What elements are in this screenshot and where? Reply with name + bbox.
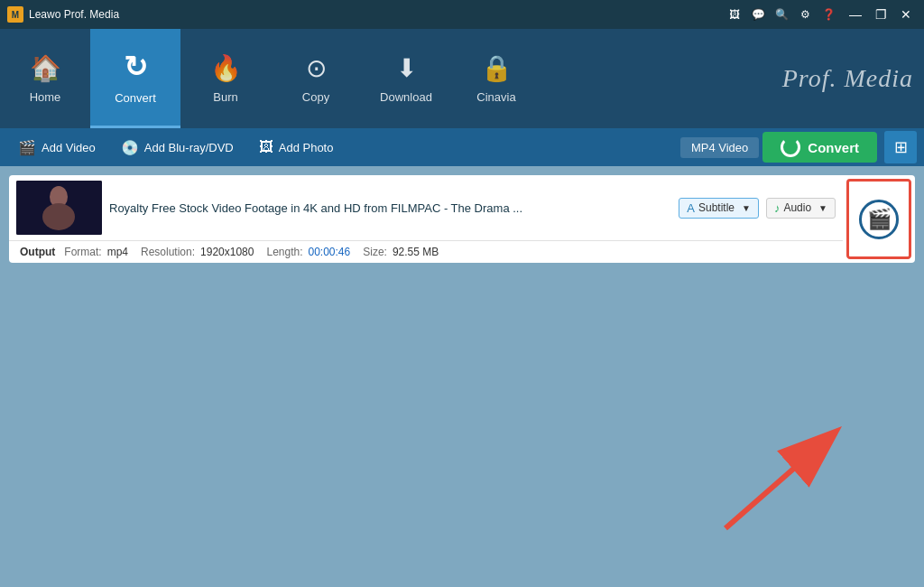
convert-label: Convert: [808, 140, 859, 155]
add-bluray-button[interactable]: 💿 Add Blu-ray/DVD: [110, 135, 245, 161]
main-content: Royalty Free Stock Video Footage in 4K a…: [0, 166, 924, 587]
download-icon: ⬇: [396, 53, 417, 83]
settings-icon[interactable]: ⚙: [796, 5, 814, 23]
nav-download-label: Download: [380, 90, 432, 104]
add-bluray-label: Add Blu-ray/DVD: [144, 141, 234, 154]
nav-home[interactable]: 🏠 Home: [0, 29, 90, 128]
cinavia-icon: 🔒: [481, 53, 513, 83]
audio-label: Audio: [783, 201, 811, 214]
chat-icon[interactable]: 💬: [749, 5, 767, 23]
subtitle-icon: A: [687, 201, 695, 215]
format-badge[interactable]: MP4 Video: [680, 137, 759, 158]
edit-settings-button[interactable]: 🎬: [849, 182, 909, 256]
resolution-key: Resolution:: [141, 246, 195, 258]
audio-icon: ♪: [774, 201, 781, 215]
svg-line-5: [725, 433, 834, 528]
thumb-image: [16, 181, 102, 235]
format-key: Format:: [64, 246, 101, 258]
nav-burn[interactable]: 🔥 Burn: [180, 29, 271, 128]
app-logo: M: [7, 6, 23, 23]
minimize-button[interactable]: —: [845, 5, 866, 23]
add-photo-label: Add Photo: [279, 141, 334, 154]
video-item-top: Royalty Free Stock Video Footage in 4K a…: [9, 175, 843, 241]
copy-icon: ⊙: [306, 53, 327, 83]
nav-home-label: Home: [30, 90, 61, 104]
add-photo-button[interactable]: 🖼 Add Photo: [248, 135, 345, 160]
add-photo-icon: 🖼: [259, 139, 273, 155]
convert-button[interactable]: Convert: [762, 132, 877, 163]
help-icon[interactable]: ❓: [819, 5, 837, 23]
subtitle-label: Subtitle: [698, 201, 735, 214]
image-icon[interactable]: 🖼: [725, 5, 744, 23]
brand-text: Prof. Media: [782, 64, 913, 93]
add-video-label: Add Video: [42, 141, 96, 154]
length-val: 00:00:46: [309, 246, 351, 258]
convert-spin-icon: [781, 137, 800, 157]
audio-chevron: ▼: [818, 203, 827, 213]
add-video-icon: 🎬: [18, 139, 36, 156]
nav-download[interactable]: ⬇ Download: [361, 29, 451, 128]
video-item: Royalty Free Stock Video Footage in 4K a…: [9, 175, 915, 263]
audio-dropdown[interactable]: ♪ Audio ▼: [766, 198, 836, 219]
home-icon: 🏠: [30, 53, 61, 83]
title-bar-icons: 🖼 💬 🔍 ⚙ ❓: [725, 5, 837, 23]
layout-button[interactable]: ⊞: [884, 131, 917, 163]
app-title: Leawo Prof. Media: [29, 8, 725, 21]
size-val: 92.55 MB: [393, 246, 439, 258]
nav-copy-label: Copy: [302, 90, 329, 104]
toolbar: 🎬 Add Video 💿 Add Blu-ray/DVD 🖼 Add Phot…: [0, 128, 924, 166]
nav-copy[interactable]: ⊙ Copy: [271, 29, 361, 128]
add-bluray-icon: 💿: [121, 139, 139, 156]
nav-cinavia-label: Cinavia: [476, 90, 515, 104]
edit-settings-icon: 🎬: [859, 200, 899, 239]
subtitle-dropdown[interactable]: A Subtitle ▼: [679, 198, 759, 219]
nav-bar: 🏠 Home ↻ Convert 🔥 Burn ⊙ Copy ⬇ Downloa…: [0, 29, 924, 128]
format-val: mp4: [107, 246, 128, 258]
search-icon[interactable]: 🔍: [772, 5, 790, 23]
video-thumbnail: [16, 181, 102, 235]
video-item-bottom: Output Format: mp4 Resolution: 1920x1080…: [9, 241, 843, 263]
size-key: Size:: [363, 246, 387, 258]
burn-icon: 🔥: [210, 53, 242, 83]
length-key: Length:: [266, 246, 302, 258]
edit-button-container: 🎬: [846, 179, 911, 259]
close-button[interactable]: ✕: [895, 5, 917, 23]
window-controls: — ❐ ✕: [845, 5, 917, 23]
output-label: Output: [20, 246, 55, 258]
nav-convert-label: Convert: [115, 91, 156, 105]
nav-convert[interactable]: ↻ Convert: [90, 29, 180, 128]
red-arrow: [698, 361, 879, 542]
subtitle-chevron: ▼: [742, 203, 751, 213]
video-title: Royalty Free Stock Video Footage in 4K a…: [109, 201, 671, 215]
add-video-button[interactable]: 🎬 Add Video: [7, 135, 106, 161]
resolution-val: 1920x1080: [200, 246, 254, 258]
nav-cinavia[interactable]: 🔒 Cinavia: [451, 29, 541, 128]
nav-burn-label: Burn: [213, 90, 237, 104]
convert-icon: ↻: [124, 50, 148, 84]
maximize-button[interactable]: ❐: [870, 5, 892, 23]
title-bar: M Leawo Prof. Media 🖼 💬 🔍 ⚙ ❓ — ❐ ✕: [0, 0, 924, 29]
svg-rect-3: [16, 181, 102, 235]
